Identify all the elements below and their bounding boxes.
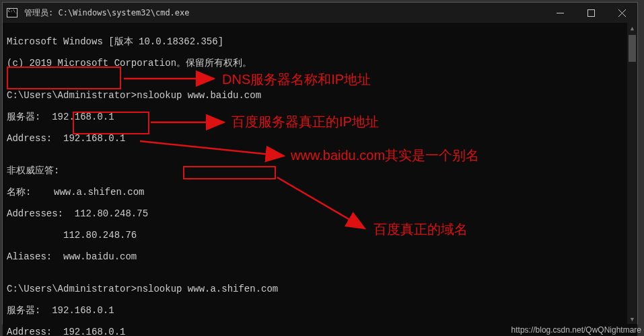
line: (c) 2019 Microsoft Corporation。保留所有权利。 (7, 58, 633, 69)
terminal-output[interactable]: Microsoft Windows [版本 10.0.18362.356] (c… (3, 23, 637, 336)
scrollbar[interactable]: ▲ ▼ (627, 23, 637, 324)
close-button[interactable] (606, 3, 637, 23)
line: C:\Users\Administrator>nslookup www.a.sh… (7, 284, 633, 294)
line: 服务器: 192.168.0.1 (7, 305, 633, 316)
line: 112.80.248.76 (7, 230, 633, 241)
line: 名称: www.a.shifen.com (7, 187, 633, 198)
minimize-button[interactable] (544, 3, 575, 23)
cmd-window: 管理员: C:\Windows\system32\cmd.exe Microso… (2, 2, 638, 325)
watermark: https://blog.csdn.net/QwQNightmare (511, 325, 641, 335)
line: Address: 192.168.0.1 (7, 133, 633, 144)
window-title: 管理员: C:\Windows\system32\cmd.exe (22, 7, 544, 19)
titlebar[interactable]: 管理员: C:\Windows\system32\cmd.exe (3, 3, 637, 23)
line: Microsoft Windows [版本 10.0.18362.356] (7, 36, 633, 47)
line: Addresses: 112.80.248.75 (7, 208, 633, 219)
cmd-icon (3, 3, 22, 22)
svg-rect-1 (587, 9, 594, 16)
scrollbar-thumb[interactable] (629, 35, 636, 62)
line: Aliases: www.baidu.com (7, 251, 633, 262)
line: C:\Users\Administrator>nslookup www.baid… (7, 90, 633, 101)
line: 非权威应答: (7, 165, 633, 176)
scroll-down-icon[interactable]: ▼ (627, 314, 637, 324)
scroll-up-icon[interactable]: ▲ (627, 23, 637, 33)
line: 服务器: 192.168.0.1 (7, 112, 633, 122)
maximize-button[interactable] (575, 3, 606, 23)
